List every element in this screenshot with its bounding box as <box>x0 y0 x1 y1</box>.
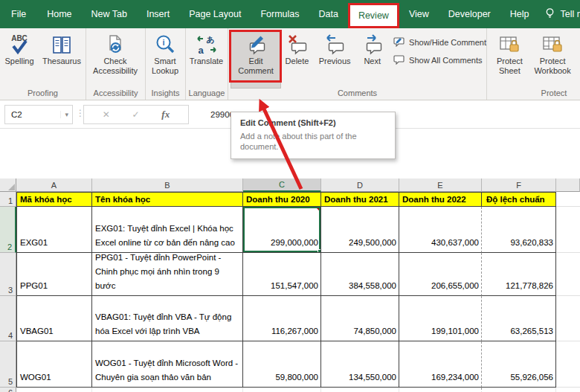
show-hide-comment-button[interactable]: Show/Hide Comment <box>393 36 486 48</box>
col-header-g[interactable] <box>556 179 580 192</box>
fill-handle[interactable] <box>318 249 321 253</box>
smart-lookup-button[interactable]: i Smart Lookup <box>146 31 184 88</box>
show-all-comments-button[interactable]: Show All Comments <box>393 54 486 66</box>
cell-c2-value: 299,000,000 <box>271 236 318 250</box>
lightbulb-icon <box>544 7 555 22</box>
tab-formulas[interactable]: Formulas <box>251 0 309 28</box>
cell-d3[interactable]: 384,558,000 <box>321 253 399 296</box>
cell-d6[interactable] <box>321 388 399 392</box>
protect-sheet-button[interactable]: Protect Sheet <box>490 31 529 88</box>
cell-e1[interactable]: Doanh thu 2022 <box>399 192 482 207</box>
cell-c1[interactable]: Doanh thu 2020 <box>243 192 321 207</box>
next-comment-icon <box>361 33 384 57</box>
col-header-f[interactable]: F <box>482 179 556 192</box>
cell-e4[interactable]: 199,101,000 <box>399 296 482 341</box>
ribbon: ABC Spelling Thesaurus Proofing Check Ac… <box>0 28 580 100</box>
tab-view[interactable]: View <box>399 0 439 28</box>
cell-b3[interactable]: PPG01 - Tuyệt đỉnh PowerPoint - Chinh ph… <box>92 253 243 296</box>
cell-c5[interactable]: 59,800,000 <box>243 341 321 388</box>
cell-g3[interactable] <box>556 253 580 296</box>
cell-b1[interactable]: Tên khóa học <box>92 192 243 207</box>
previous-comment-button[interactable]: Previous <box>314 31 355 88</box>
cell-b5[interactable]: WOG01 - Tuyệt đỉnh Microsoft Word - Chuy… <box>92 341 243 388</box>
cell-a6[interactable] <box>16 388 92 392</box>
col-header-d[interactable]: D <box>321 179 399 192</box>
tab-help[interactable]: Help <box>500 0 539 28</box>
cell-f4[interactable]: 63,265,513 <box>482 296 556 341</box>
cell-e6[interactable] <box>399 388 482 392</box>
thesaurus-button[interactable]: Thesaurus <box>39 31 85 88</box>
previous-comment-label: Previous <box>319 57 351 66</box>
insert-function-icon[interactable]: fx <box>161 109 170 121</box>
tab-insert[interactable]: Insert <box>137 0 179 28</box>
spelling-button[interactable]: ABC Spelling <box>0 31 39 88</box>
tab-developer[interactable]: Developer <box>439 0 500 28</box>
cell-g6[interactable] <box>556 388 580 392</box>
tab-page-layout[interactable]: Page Layout <box>179 0 251 28</box>
translate-button[interactable]: あa Translate <box>186 31 227 88</box>
group-label-proofing: Proofing <box>0 89 86 97</box>
row-header-5[interactable]: 5 <box>0 341 16 388</box>
cell-a3[interactable]: PPG01 <box>16 253 92 296</box>
row-header-4[interactable]: 4 <box>0 296 16 341</box>
row-header-3[interactable]: 3 <box>0 253 16 296</box>
chevron-down-icon[interactable]: ▾ <box>60 111 72 118</box>
group-insights: i Smart Lookup Insights <box>146 28 186 100</box>
cell-a1[interactable]: Mã khóa học <box>16 192 92 207</box>
tab-data[interactable]: Data <box>309 0 347 28</box>
cell-f6[interactable] <box>482 388 556 392</box>
name-box[interactable]: C2 ▾ <box>4 105 73 124</box>
row-header-1[interactable]: 1 <box>0 192 16 207</box>
delete-comment-button[interactable]: Delete <box>280 31 314 88</box>
cell-d2[interactable]: 249,500,000 <box>321 207 399 253</box>
previous-comment-icon <box>323 33 347 57</box>
cell-c2-selected[interactable]: 299,000,000 <box>243 207 321 253</box>
col-header-a[interactable]: A <box>16 179 92 192</box>
cell-c4[interactable]: 116,267,000 <box>243 296 321 341</box>
group-label-accessibility: Accessibility <box>86 89 145 97</box>
tooltip-title: Edit Comment (Shift+F2) <box>240 118 387 127</box>
tab-new-tab[interactable]: New Tab <box>82 0 137 28</box>
cell-c6[interactable] <box>243 388 321 392</box>
cell-a2[interactable]: EXG01 <box>16 207 92 253</box>
cell-e5[interactable]: 169,234,000 <box>399 341 482 388</box>
tab-review-active[interactable]: Review <box>348 3 399 28</box>
cell-b2[interactable]: EXG01: Tuyệt đỉnh Excel | Khóa học Excel… <box>92 207 243 253</box>
cell-b6[interactable] <box>92 388 243 392</box>
cell-c3[interactable]: 151,547,000 <box>243 253 321 296</box>
protect-workbook-button[interactable]: Protect Workbook <box>529 31 576 88</box>
tell-me-box[interactable]: Tell me <box>538 0 580 28</box>
allow-edit-ranges-button[interactable]: Allow Edit Ranges <box>576 31 580 88</box>
cell-g4[interactable] <box>556 296 580 341</box>
protect-sheet-label: Protect Sheet <box>490 57 529 76</box>
cell-b4[interactable]: VBAG01: Tuyệt đỉnh VBA - Tự động hóa Exc… <box>92 296 243 341</box>
cell-e3[interactable]: 206,655,000 <box>399 253 482 296</box>
cell-a5[interactable]: WOG01 <box>16 341 92 388</box>
tab-home[interactable]: Home <box>37 0 81 28</box>
cell-g5[interactable] <box>556 341 580 388</box>
allow-edit-ranges-label: Allow Edit Ranges <box>576 57 580 76</box>
cell-g2[interactable] <box>556 207 580 253</box>
cancel-icon[interactable]: ✕ <box>103 109 110 120</box>
cell-d5[interactable]: 134,550,000 <box>321 341 399 388</box>
col-header-c-selected[interactable]: C <box>243 179 321 192</box>
cell-f2[interactable]: 93,620,833 <box>482 207 556 253</box>
col-header-e[interactable]: E <box>399 179 482 192</box>
cell-d4[interactable]: 74,850,000 <box>321 296 399 341</box>
tab-file[interactable]: File <box>0 0 37 28</box>
row-header-6[interactable]: 6 <box>0 388 16 392</box>
check-accessibility-button[interactable]: Check Accessibility <box>86 31 144 88</box>
next-comment-button[interactable]: Next <box>355 31 389 88</box>
select-all-corner[interactable] <box>0 179 16 192</box>
cell-a4[interactable]: VBAG01 <box>16 296 92 341</box>
cell-f1[interactable]: Độ lệch chuẩn <box>482 192 556 207</box>
cell-f5[interactable]: 55,926,056 <box>482 341 556 388</box>
cell-d1[interactable]: Doanh thu 2021 <box>321 192 399 207</box>
cell-e2[interactable]: 430,637,000 <box>399 207 482 253</box>
row-header-2-selected[interactable]: 2 <box>0 207 16 253</box>
edit-comment-button[interactable]: Edit Comment <box>231 31 280 88</box>
enter-icon[interactable]: ✓ <box>132 109 140 120</box>
col-header-b[interactable]: B <box>92 179 243 192</box>
cell-f3[interactable]: 121,778,826 <box>482 253 556 296</box>
cell-g1[interactable] <box>556 192 580 207</box>
